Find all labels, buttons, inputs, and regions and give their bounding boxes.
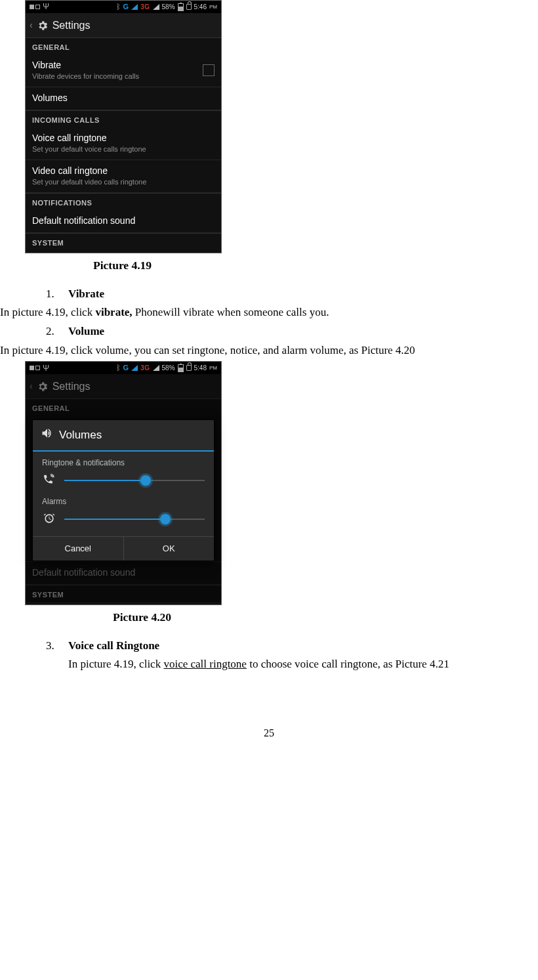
psi-icon: Ψ [43, 2, 49, 11]
app-bar: ‹ Settings [26, 13, 221, 38]
battery-icon [178, 3, 184, 11]
clock-ampm: PM [209, 365, 217, 372]
lock-icon [186, 4, 192, 10]
default-notif-title: Default notification sound [32, 215, 215, 226]
appbar-title: Settings [52, 380, 91, 393]
gear-icon [37, 381, 49, 393]
item1-num: 1. [46, 286, 58, 303]
gear-icon [37, 20, 49, 32]
ringtone-label: Ringtone & notifications [42, 458, 205, 467]
bluetooth-icon: ᛒ [116, 3, 121, 11]
list-item-2: 2. Volume [46, 324, 538, 340]
section-general: GENERAL [26, 38, 221, 54]
vibrate-title: Vibrate [32, 60, 197, 71]
video-sub: Set your default video calls ringtone [32, 178, 215, 186]
list-item-3: 3. Voice call Ringtone [46, 638, 538, 654]
row-default-notification[interactable]: Default notification sound [26, 561, 221, 585]
clock-time: 5:46 [194, 3, 207, 11]
section-system: SYSTEM [26, 585, 221, 602]
alarm-icon [42, 512, 56, 527]
row-default-notification[interactable]: Default notification sound [26, 210, 221, 233]
body-line-3: In picture 4.19, click voice call ringto… [68, 656, 538, 673]
cancel-button[interactable]: Cancel [33, 537, 124, 561]
dialog-title-row: Volumes [33, 420, 214, 450]
g-icon: G [123, 3, 129, 11]
item1-label: Vibrate [68, 286, 104, 303]
battery-pct: 58% [162, 3, 175, 11]
alarms-slider[interactable] [64, 515, 205, 524]
caption-419: Picture 4.19 [93, 257, 538, 274]
caption-420: Picture 4.20 [113, 609, 538, 626]
voice-sub: Set your default voice calls ringtone [32, 145, 215, 154]
item3-label: Voice call Ringtone [68, 638, 159, 654]
video-title: Video call ringtone [32, 165, 215, 177]
ringtone-slider[interactable] [64, 476, 205, 485]
battery-pct: 58% [162, 364, 175, 372]
signal2-icon [153, 4, 159, 10]
row-voice-ringtone[interactable]: Voice call ringtone Set your default voi… [26, 127, 221, 160]
g-icon: G [123, 364, 129, 372]
clock-ampm: PM [209, 4, 217, 11]
threeg-icon: 3G [140, 364, 150, 372]
section-system: SYSTEM [26, 233, 221, 250]
row-video-ringtone[interactable]: Video call ringtone Set your default vid… [26, 160, 221, 193]
signal-icon [131, 365, 138, 371]
screenshot-settings: Ψ ᛒ G 3G 58% 5:46 PM ‹ Settings GENERAL … [25, 0, 222, 253]
item2-num: 2. [46, 324, 58, 340]
row-vibrate[interactable]: Vibrate Vibrate devices for incoming cal… [26, 54, 221, 87]
list-item-1: 1. Vibrate [46, 286, 538, 303]
status-squares-icon [30, 5, 40, 9]
alarms-label: Alarms [42, 497, 205, 506]
section-incoming: INCOMING CALLS [26, 110, 221, 127]
back-icon[interactable]: ‹ [30, 20, 33, 31]
row-volumes[interactable]: Volumes [26, 87, 221, 110]
status-bar: Ψ ᛒ G 3G 58% 5:48 PM [26, 362, 221, 374]
item3-num: 3. [46, 638, 58, 654]
voice-title: Voice call ringtone [32, 133, 215, 144]
signal-icon [131, 4, 138, 10]
dialog-buttons: Cancel OK [33, 536, 214, 561]
vibrate-checkbox[interactable] [203, 64, 215, 76]
back-icon[interactable]: ‹ [30, 381, 33, 392]
phone-ring-icon [42, 473, 56, 488]
item2-label: Volume [68, 324, 104, 340]
battery-icon [178, 364, 184, 372]
threeg-icon: 3G [140, 3, 150, 11]
dialog-title: Volumes [59, 429, 102, 442]
dialog-divider [33, 450, 214, 452]
app-bar: ‹ Settings [26, 374, 221, 399]
body-line-1: In picture 4.19, click vibrate, Phonewil… [0, 305, 538, 321]
status-bar: Ψ ᛒ G 3G 58% 5:46 PM [26, 1, 221, 13]
ok-button[interactable]: OK [124, 537, 215, 561]
psi-icon: Ψ [43, 364, 49, 373]
screenshot-volumes: Ψ ᛒ G 3G 58% 5:48 PM ‹ Settings GEN [25, 361, 222, 605]
appbar-title: Settings [52, 19, 91, 32]
volume-icon [41, 427, 54, 443]
bluetooth-icon: ᛒ [116, 364, 121, 372]
page-number: 25 [0, 725, 538, 740]
volumes-dialog: Volumes Ringtone & notifications [32, 419, 215, 561]
default-notif-title: Default notification sound [32, 567, 215, 578]
vibrate-sub: Vibrate devices for incoming calls [32, 72, 197, 81]
status-squares-icon [30, 366, 40, 370]
lock-icon [186, 365, 192, 371]
section-general: GENERAL [26, 399, 221, 415]
body-line-2: In picture 4.19, click volume, you can s… [0, 343, 538, 359]
volumes-title: Volumes [32, 93, 215, 104]
signal2-icon [153, 365, 159, 371]
section-notifications: NOTIFICATIONS [26, 193, 221, 210]
clock-time: 5:48 [194, 364, 207, 372]
